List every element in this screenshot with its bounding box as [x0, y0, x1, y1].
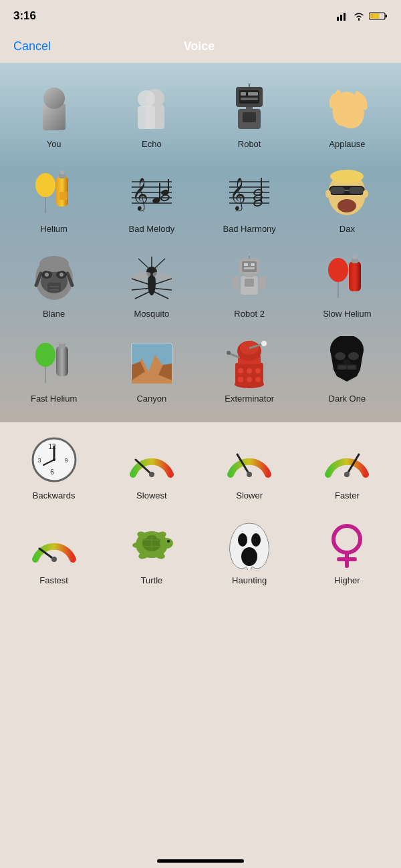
- mosquito-label: Mosquito: [134, 309, 170, 319]
- voice-item-slower[interactable]: Slower: [203, 428, 297, 506]
- status-icons: [337, 11, 388, 21]
- svg-point-4: [358, 19, 360, 20]
- nav-title: Voice: [184, 39, 215, 53]
- svg-point-166: [160, 538, 173, 549]
- svg-line-85: [135, 291, 152, 299]
- svg-rect-21: [243, 112, 256, 122]
- svg-text:𝄞: 𝄞: [132, 178, 148, 212]
- svg-rect-139: [348, 366, 356, 370]
- svg-point-9: [43, 88, 65, 109]
- voice-item-turtle[interactable]: Turtle: [104, 513, 198, 591]
- svg-point-103: [248, 253, 251, 256]
- voice-item-slowest[interactable]: Slowest: [104, 428, 198, 506]
- svg-point-141: [335, 352, 346, 360]
- svg-point-142: [348, 352, 359, 360]
- voice-item-robot[interactable]: Robot: [203, 76, 297, 154]
- svg-rect-138: [338, 366, 346, 370]
- bad-melody-label: Bad Melody: [129, 224, 175, 234]
- svg-point-152: [53, 458, 55, 461]
- svg-rect-106: [349, 261, 361, 291]
- svg-rect-33: [56, 176, 68, 206]
- dax-icon: [320, 166, 374, 220]
- backwards-label: Backwards: [33, 490, 76, 500]
- svg-point-109: [35, 343, 55, 367]
- voice-item-echo[interactable]: Echo: [104, 76, 198, 154]
- you-icon: [27, 82, 81, 135]
- helium-label: Helium: [40, 224, 67, 234]
- svg-rect-99: [245, 275, 253, 277]
- svg-point-123: [247, 368, 252, 374]
- svg-point-66: [363, 190, 368, 198]
- backwards-icon: 12 3 6 9: [27, 433, 81, 486]
- voice-item-mosquito[interactable]: Mosquito: [104, 246, 198, 324]
- svg-text:9: 9: [64, 457, 68, 464]
- voice-item-blane[interactable]: Blane: [7, 246, 101, 324]
- svg-rect-143: [344, 359, 350, 365]
- canyon-label: Canyon: [136, 394, 166, 404]
- svg-rect-22: [246, 107, 253, 110]
- svg-rect-101: [259, 276, 266, 289]
- voice-item-you[interactable]: You: [7, 76, 101, 154]
- voice-item-applause[interactable]: Applause: [300, 76, 394, 154]
- svg-marker-144: [333, 370, 360, 382]
- voice-item-exterminator[interactable]: Exterminator: [203, 331, 297, 409]
- svg-point-173: [238, 533, 247, 547]
- svg-rect-16: [241, 92, 246, 96]
- svg-rect-96: [244, 267, 255, 269]
- svg-point-24: [248, 84, 251, 85]
- svg-point-13: [138, 90, 155, 108]
- svg-point-73: [45, 273, 49, 277]
- svg-point-168: [132, 543, 142, 548]
- svg-point-104: [328, 258, 348, 282]
- higher-label: Higher: [334, 575, 360, 585]
- voice-item-fastest[interactable]: Fastest: [7, 513, 101, 591]
- slower-label: Slower: [236, 490, 263, 500]
- svg-rect-6: [386, 15, 388, 17]
- voice-item-haunting[interactable]: Haunting: [203, 513, 297, 591]
- turtle-icon: [125, 518, 178, 571]
- voice-item-bad-melody[interactable]: 𝄞 Bad Melody: [104, 161, 198, 239]
- svg-rect-61: [349, 187, 364, 194]
- haunting-label: Haunting: [232, 575, 267, 585]
- blane-icon: [27, 251, 81, 305]
- svg-rect-1: [340, 15, 342, 21]
- voice-item-fast-helium[interactable]: Fast Helium: [7, 331, 101, 409]
- svg-rect-19: [241, 98, 258, 100]
- svg-point-63: [338, 199, 356, 212]
- svg-rect-12: [138, 106, 155, 129]
- svg-rect-98: [245, 279, 254, 287]
- svg-rect-35: [60, 170, 64, 174]
- echo-label: Echo: [142, 139, 162, 149]
- voice-item-faster[interactable]: Faster: [300, 428, 394, 506]
- svg-rect-108: [353, 255, 357, 259]
- cancel-button[interactable]: Cancel: [13, 39, 51, 53]
- voice-item-dark-one[interactable]: Dark One: [300, 331, 394, 409]
- voice-grid: You Echo: [0, 63, 401, 422]
- voice-item-backwards[interactable]: 12 3 6 9 Backwards: [7, 428, 101, 506]
- voice-item-bad-harmony[interactable]: 𝄞 Bad Harmony: [203, 161, 297, 239]
- svg-rect-95: [251, 263, 255, 266]
- voice-item-slow-helium[interactable]: Slow Helium: [300, 246, 394, 324]
- voice-item-canyon[interactable]: Canyon: [104, 331, 198, 409]
- svg-rect-0: [337, 17, 339, 21]
- svg-point-132: [261, 341, 267, 346]
- svg-point-64: [330, 170, 364, 183]
- higher-icon: [320, 518, 374, 571]
- slow-helium-icon: [320, 251, 374, 305]
- svg-rect-119: [132, 380, 172, 384]
- svg-text:𝄞: 𝄞: [229, 178, 246, 212]
- svg-point-127: [255, 377, 261, 382]
- dark-one-label: Dark One: [329, 394, 366, 404]
- voice-item-helium[interactable]: Helium: [7, 161, 101, 239]
- speed-grid: 12 3 6 9 Backwards: [0, 422, 401, 604]
- bad-harmony-icon: 𝄞: [223, 166, 276, 220]
- voice-item-higher[interactable]: Higher: [300, 513, 394, 591]
- svg-point-176: [333, 526, 360, 553]
- slowest-icon: [125, 433, 178, 486]
- svg-point-167: [167, 540, 170, 543]
- voice-item-robot2[interactable]: Robot 2: [203, 246, 297, 324]
- svg-point-174: [251, 533, 261, 547]
- faster-icon: [320, 433, 374, 486]
- fast-helium-label: Fast Helium: [31, 394, 77, 404]
- voice-item-dax[interactable]: Dax: [300, 161, 394, 239]
